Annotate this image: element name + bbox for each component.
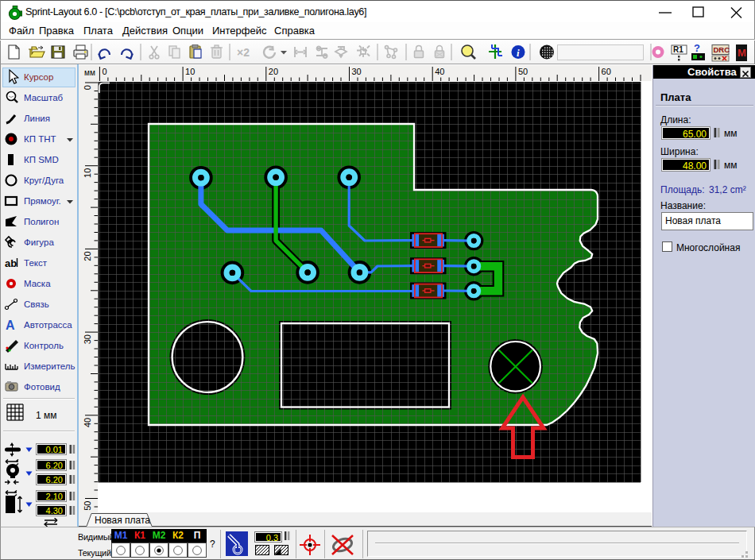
- svg-text:0: 0: [83, 85, 92, 90]
- svg-text:20: 20: [269, 67, 278, 76]
- svg-text:30: 30: [83, 334, 92, 344]
- svg-text:50: 50: [83, 501, 92, 511]
- svg-text:20: 20: [83, 251, 92, 261]
- svg-text:60: 60: [602, 67, 611, 76]
- svg-text:A: A: [6, 319, 15, 332]
- svg-text:ab: ab: [5, 257, 17, 269]
- svg-text:40: 40: [83, 418, 92, 427]
- svg-text:i: i: [517, 47, 520, 59]
- svg-text:×2: ×2: [237, 46, 250, 59]
- svg-text:мм: мм: [84, 68, 95, 77]
- svg-text:50: 50: [518, 67, 528, 76]
- svg-text:DRC: DRC: [714, 45, 730, 54]
- svg-text:R1: R1: [673, 45, 683, 54]
- svg-text:Новая плата: Новая плата: [95, 515, 150, 526]
- svg-text:M: M: [738, 47, 746, 59]
- svg-text:10: 10: [185, 67, 195, 76]
- svg-text:0: 0: [102, 67, 106, 76]
- svg-text:30: 30: [352, 67, 362, 76]
- svg-text:40: 40: [435, 67, 444, 76]
- svg-text:?: ?: [694, 42, 700, 54]
- svg-text:10: 10: [83, 168, 92, 178]
